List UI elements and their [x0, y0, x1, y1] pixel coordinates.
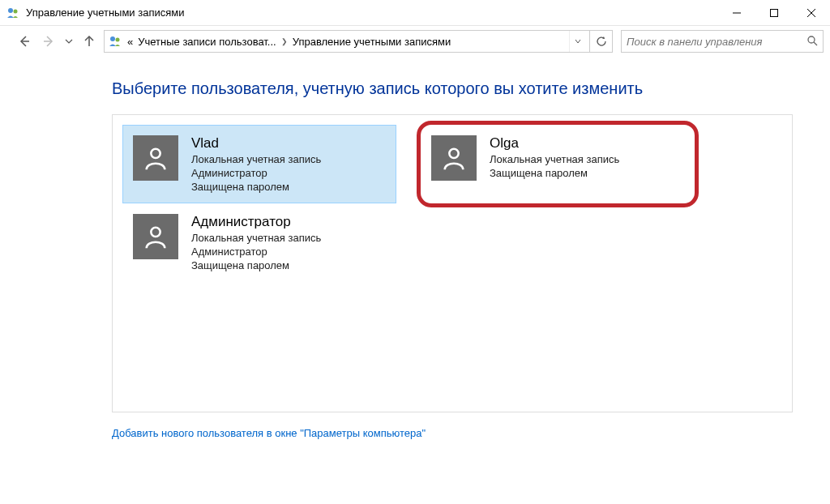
app-icon: [6, 6, 19, 19]
minimize-button[interactable]: [718, 0, 755, 26]
location-icon: [108, 34, 122, 49]
breadcrumb-seg-2[interactable]: Управление учетными записями: [293, 36, 451, 48]
svg-point-15: [151, 228, 160, 237]
recent-locations-button[interactable]: [63, 32, 75, 51]
nav-row: « Учетные записи пользоват... ❯ Управлен…: [0, 26, 830, 57]
user-detail-line: Защищена паролем: [191, 259, 321, 271]
address-bar[interactable]: « Учетные записи пользоват... ❯ Управлен…: [104, 30, 590, 53]
svg-line-12: [814, 42, 817, 45]
users-panel: Vlad Локальная учетная запись Администра…: [112, 114, 793, 412]
user-info: Olga Локальная учетная запись Защищена п…: [490, 135, 619, 181]
window-title: Управление учетными записями: [26, 6, 184, 19]
user-detail-line: Администратор: [191, 167, 321, 179]
svg-point-14: [449, 149, 458, 158]
address-dropdown-button[interactable]: [569, 31, 586, 52]
svg-point-0: [8, 8, 13, 13]
user-card-vlad[interactable]: Vlad Локальная учетная запись Администра…: [122, 125, 396, 203]
add-user-link[interactable]: Добавить нового пользователя в окне "Пар…: [112, 427, 806, 439]
content-area: Выберите пользователя, учетную запись ко…: [0, 57, 830, 455]
avatar: [431, 135, 477, 181]
user-name: Администратор: [191, 214, 321, 230]
up-button[interactable]: [79, 32, 99, 51]
user-card-admin[interactable]: Администратор Локальная учетная запись А…: [122, 203, 396, 282]
page-heading: Выберите пользователя, учетную запись ко…: [112, 79, 806, 98]
avatar: [133, 214, 178, 259]
svg-point-9: [110, 36, 115, 41]
chevron-right-icon[interactable]: ❯: [281, 37, 288, 45]
search-box[interactable]: [621, 30, 824, 53]
user-info: Vlad Локальная учетная запись Администра…: [191, 135, 321, 193]
breadcrumb-seg-1[interactable]: Учетные записи пользоват...: [138, 36, 276, 48]
svg-rect-3: [771, 9, 778, 16]
back-button[interactable]: [15, 32, 34, 51]
user-detail-line: Локальная учетная запись: [490, 153, 619, 165]
user-detail-line: Локальная учетная запись: [191, 232, 321, 244]
user-detail-line: Локальная учетная запись: [191, 153, 321, 165]
user-name: Olga: [490, 135, 619, 152]
search-input[interactable]: [627, 36, 806, 48]
titlebar: Управление учетными записями: [0, 0, 830, 26]
user-name: Vlad: [191, 135, 321, 152]
forward-button[interactable]: [39, 32, 58, 51]
svg-point-11: [808, 36, 815, 43]
user-card-olga[interactable]: Olga Локальная учетная запись Защищена п…: [421, 125, 695, 203]
breadcrumb-prefix[interactable]: «: [127, 36, 133, 48]
user-detail-line: Защищена паролем: [490, 167, 619, 179]
search-icon[interactable]: [806, 35, 818, 49]
svg-point-1: [14, 9, 18, 13]
svg-point-13: [151, 149, 160, 158]
refresh-button[interactable]: [590, 30, 613, 53]
svg-point-10: [116, 38, 120, 42]
user-detail-line: Администратор: [191, 246, 321, 258]
user-detail-line: Защищена паролем: [191, 181, 321, 193]
user-info: Администратор Локальная учетная запись А…: [191, 214, 321, 271]
avatar: [133, 135, 178, 181]
maximize-button[interactable]: [755, 0, 793, 26]
user-list: Vlad Локальная учетная запись Администра…: [122, 125, 782, 282]
close-button[interactable]: [793, 0, 830, 26]
